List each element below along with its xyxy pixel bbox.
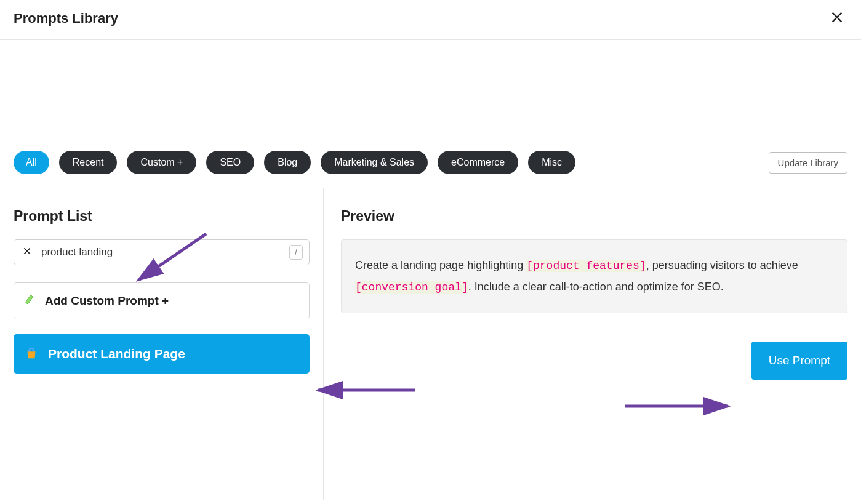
prompt-item-product-landing-page[interactable]: Product Landing Page <box>14 334 310 374</box>
placeholder-token: [conversion goal] <box>355 281 468 294</box>
clear-search-button[interactable] <box>20 247 34 258</box>
preview-pane: Preview Create a landing page highlighti… <box>324 188 861 500</box>
filter-tab-all[interactable]: All <box>14 151 49 174</box>
filter-tab-seo[interactable]: SEO <box>206 151 254 174</box>
add-custom-label: Add Custom Prompt + <box>45 294 169 308</box>
close-icon <box>830 10 844 24</box>
header-bar: Prompts Library <box>0 0 861 40</box>
close-button[interactable] <box>827 10 847 27</box>
page-title: Prompts Library <box>14 10 118 26</box>
preview-segment: . Include a clear call-to-action and opt… <box>468 281 724 293</box>
filter-tab-blog[interactable]: Blog <box>264 151 311 174</box>
use-prompt-button[interactable]: Use Prompt <box>751 342 847 380</box>
search-input[interactable] <box>41 246 282 258</box>
x-icon <box>23 247 31 255</box>
filter-tab-marketing[interactable]: Marketing & Sales <box>321 151 428 174</box>
content-area: Prompt List / Add Custom Prompt + Produc… <box>0 188 861 500</box>
add-custom-prompt-button[interactable]: Add Custom Prompt + <box>14 282 310 319</box>
use-prompt-row: Use Prompt <box>341 342 847 380</box>
prompt-item-label: Product Landing Page <box>48 346 185 361</box>
preview-segment: , persuading visitors to achieve <box>646 259 798 271</box>
prompt-list-title: Prompt List <box>14 208 310 225</box>
update-library-button[interactable]: Update Library <box>769 152 847 174</box>
filter-tab-ecommerce[interactable]: eCommerce <box>438 151 518 174</box>
prompt-list-pane: Prompt List / Add Custom Prompt + Produc… <box>0 188 324 500</box>
svg-rect-0 <box>25 295 33 304</box>
header-spacer <box>0 40 861 151</box>
slash-shortcut-hint: / <box>289 245 303 260</box>
filter-tab-recent[interactable]: Recent <box>59 151 118 174</box>
search-field[interactable]: / <box>14 239 310 265</box>
filter-row: All Recent Custom + SEO Blog Marketing &… <box>0 151 861 188</box>
placeholder-token: [product features] <box>526 260 646 272</box>
filter-tab-custom[interactable]: Custom + <box>127 151 196 174</box>
shopping-bag-icon <box>25 347 38 361</box>
preview-segment: Create a landing page highlighting <box>355 259 526 271</box>
filter-tab-misc[interactable]: Misc <box>528 151 575 174</box>
preview-title: Preview <box>341 208 847 225</box>
test-tube-icon <box>24 295 36 307</box>
preview-text: Create a landing page highlighting [prod… <box>341 239 847 313</box>
